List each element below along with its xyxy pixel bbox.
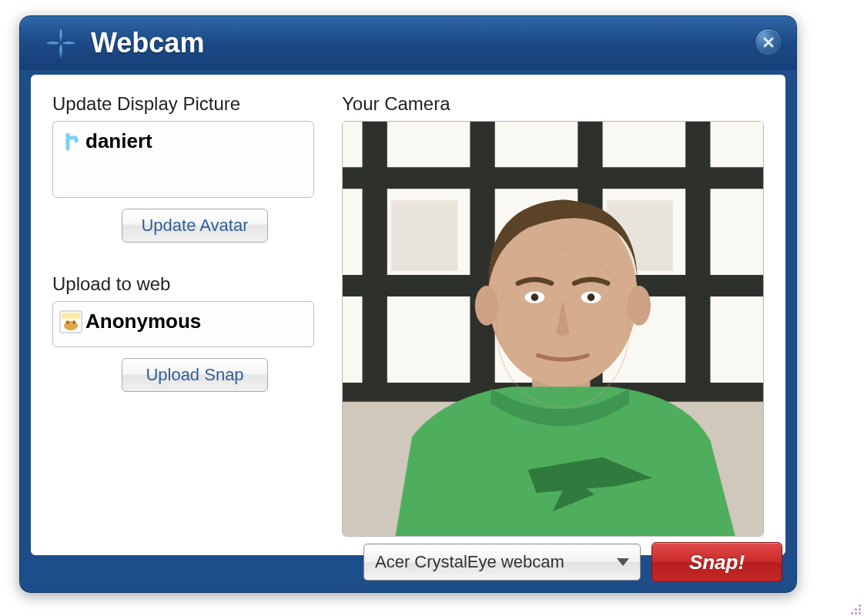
upload-web-label: Upload to web bbox=[52, 273, 314, 295]
webcam-window: Webcam Update Display Picture daniert bbox=[19, 15, 797, 593]
left-column: Update Display Picture daniert Update Av… bbox=[52, 93, 314, 537]
svg-rect-1 bbox=[62, 313, 80, 319]
svg-rect-9 bbox=[363, 122, 387, 395]
svg-point-22 bbox=[628, 286, 651, 326]
account-username: daniert bbox=[85, 129, 152, 153]
svg-rect-13 bbox=[343, 167, 763, 189]
update-avatar-button[interactable]: Update Avatar bbox=[122, 209, 268, 243]
accounts-listbox[interactable]: daniert bbox=[52, 121, 314, 198]
imgfrog-icon bbox=[59, 310, 82, 333]
upload-snap-button[interactable]: Upload Snap bbox=[122, 358, 268, 392]
svg-point-26 bbox=[588, 293, 595, 301]
upload-listbox[interactable]: Anonymous bbox=[52, 301, 314, 347]
snap-button-label: Snap! bbox=[689, 551, 745, 574]
close-button[interactable] bbox=[755, 28, 782, 56]
window-title: Webcam bbox=[91, 27, 204, 59]
chevron-down-icon bbox=[617, 558, 629, 566]
content-area: Update Display Picture daniert Update Av… bbox=[31, 75, 785, 555]
update-picture-label: Update Display Picture bbox=[52, 93, 314, 115]
snap-button[interactable]: Snap! bbox=[651, 542, 782, 582]
svg-point-21 bbox=[475, 286, 498, 326]
camera-select-dropdown[interactable]: Acer CrystalEye webcam bbox=[363, 544, 641, 581]
app-icon bbox=[42, 24, 80, 62]
svg-point-5 bbox=[67, 321, 69, 323]
svg-rect-12 bbox=[685, 122, 710, 395]
your-camera-label: Your Camera bbox=[342, 93, 764, 115]
svg-point-6 bbox=[73, 321, 75, 323]
svg-point-25 bbox=[531, 293, 538, 301]
camera-preview bbox=[342, 121, 764, 537]
twitter-icon bbox=[59, 130, 82, 153]
titlebar: Webcam bbox=[20, 16, 796, 70]
account-item-twitter[interactable]: daniert bbox=[59, 126, 307, 156]
camera-select-value: Acer CrystalEye webcam bbox=[375, 552, 609, 572]
account-item-imgfrog[interactable]: Anonymous bbox=[59, 306, 307, 336]
right-column: Your Camera bbox=[342, 93, 764, 537]
upload-account-username: Anonymous bbox=[85, 310, 201, 333]
resize-grip[interactable] bbox=[847, 601, 861, 614]
svg-rect-16 bbox=[391, 200, 457, 270]
